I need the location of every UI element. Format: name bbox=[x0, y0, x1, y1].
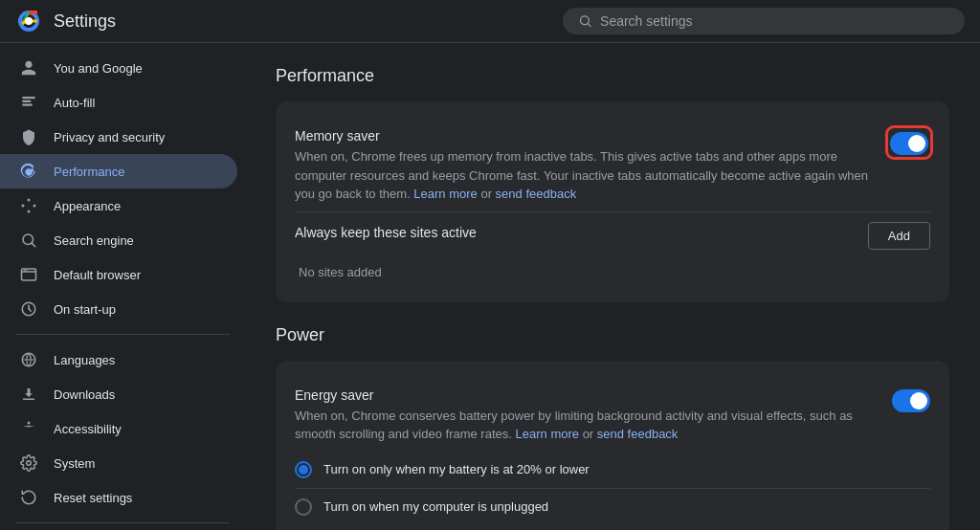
sidebar-item-appearance[interactable]: Appearance bbox=[0, 188, 237, 223]
always-keep-active-content: Always keep these sites active bbox=[295, 225, 868, 244]
accessibility-icon bbox=[19, 419, 38, 438]
svg-rect-15 bbox=[22, 269, 36, 280]
memory-saver-row: Memory saver When on, Chrome frees up me… bbox=[295, 121, 930, 211]
svg-point-16 bbox=[24, 270, 26, 272]
radio-row-battery-20[interactable]: Turn on only when my battery is at 20% o… bbox=[295, 452, 930, 488]
memory-saver-learn-more[interactable]: Learn more bbox=[413, 187, 477, 201]
memory-saver-desc: When on, Chrome frees up memory from ina… bbox=[295, 147, 873, 204]
default-browser-icon bbox=[19, 265, 38, 284]
chrome-logo bbox=[15, 8, 42, 34]
on-startup-icon bbox=[19, 299, 38, 319]
sidebar-divider bbox=[15, 334, 230, 335]
svg-rect-7 bbox=[22, 104, 33, 106]
sidebar-item-performance[interactable]: Performance bbox=[0, 154, 237, 188]
radio-unplugged[interactable] bbox=[295, 498, 312, 516]
sidebar-item-label-default-browser: Default browser bbox=[54, 268, 141, 282]
energy-saver-content: Energy saver When on, Chrome conserves b… bbox=[295, 387, 892, 444]
svg-line-4 bbox=[588, 24, 590, 27]
performance-section-title: Performance bbox=[276, 66, 949, 86]
sidebar-divider bbox=[15, 522, 230, 523]
sidebar-item-auto-fill[interactable]: Auto-fill bbox=[0, 85, 237, 120]
radio-label-battery-20: Turn on only when my battery is at 20% o… bbox=[323, 462, 590, 476]
sidebar-item-label-performance: Performance bbox=[54, 165, 124, 179]
search-engine-icon bbox=[19, 231, 38, 250]
power-section-title: Power bbox=[276, 325, 949, 345]
sidebar-item-privacy-and-security[interactable]: Privacy and security bbox=[0, 120, 237, 154]
energy-saver-learn-more[interactable]: Learn more bbox=[516, 427, 579, 441]
memory-saver-toggle[interactable] bbox=[890, 132, 928, 155]
system-icon bbox=[19, 453, 38, 473]
search-input[interactable] bbox=[600, 13, 949, 29]
svg-point-9 bbox=[28, 199, 31, 202]
downloads-icon bbox=[19, 385, 38, 404]
privacy-and-security-icon bbox=[19, 127, 38, 146]
sidebar-item-label-reset-settings: Reset settings bbox=[54, 491, 132, 505]
performance-card: Memory saver When on, Chrome frees up me… bbox=[276, 101, 949, 302]
svg-line-14 bbox=[32, 243, 34, 246]
main-content: Performance Memory saver When on, Chrome… bbox=[245, 43, 980, 530]
sidebar-item-label-downloads: Downloads bbox=[54, 387, 115, 402]
memory-saver-label: Memory saver bbox=[295, 128, 873, 144]
memory-saver-content: Memory saver When on, Chrome frees up me… bbox=[295, 128, 888, 204]
svg-point-17 bbox=[26, 270, 28, 272]
sidebar-item-reset-settings[interactable]: Reset settings bbox=[0, 480, 237, 515]
header: Settings bbox=[0, 0, 980, 43]
sidebar-item-label-auto-fill: Auto-fill bbox=[54, 96, 95, 110]
svg-rect-5 bbox=[22, 97, 35, 99]
energy-saver-label: Energy saver bbox=[295, 387, 877, 403]
svg-point-20 bbox=[28, 422, 31, 425]
sidebar-item-you-and-google[interactable]: You and Google bbox=[0, 51, 237, 85]
svg-point-12 bbox=[22, 205, 25, 208]
energy-saver-toggle[interactable] bbox=[892, 389, 930, 412]
sidebar-item-label-you-and-google: You and Google bbox=[54, 61, 143, 76]
memory-saver-send-feedback[interactable]: send feedback bbox=[496, 187, 577, 201]
auto-fill-icon bbox=[19, 93, 38, 112]
sidebar-item-default-browser[interactable]: Default browser bbox=[0, 257, 237, 292]
sidebar-item-languages[interactable]: Languages bbox=[0, 342, 237, 377]
performance-icon bbox=[19, 162, 38, 181]
memory-saver-toggle-wrapper bbox=[888, 128, 930, 157]
sidebar-item-label-appearance: Appearance bbox=[54, 199, 121, 213]
add-sites-button[interactable]: Add bbox=[868, 222, 930, 250]
energy-saver-send-feedback[interactable]: send feedback bbox=[597, 427, 679, 441]
svg-point-2 bbox=[25, 17, 33, 25]
sidebar-item-label-search-engine: Search engine bbox=[54, 233, 134, 248]
power-card: Energy saver When on, Chrome conserves b… bbox=[276, 361, 949, 531]
languages-icon bbox=[19, 350, 38, 369]
sidebar-item-on-startup[interactable]: On start-up bbox=[0, 292, 237, 326]
always-keep-active-row: Always keep these sites active Add bbox=[295, 211, 930, 257]
sidebar-item-accessibility[interactable]: Accessibility bbox=[0, 411, 237, 446]
always-keep-active-label: Always keep these sites active bbox=[295, 225, 853, 240]
sidebar-item-label-accessibility: Accessibility bbox=[54, 422, 122, 436]
radio-battery-20[interactable] bbox=[295, 461, 312, 478]
sidebar-item-search-engine[interactable]: Search engine bbox=[0, 223, 237, 257]
sidebar-item-label-on-startup: On start-up bbox=[54, 302, 116, 317]
svg-point-11 bbox=[28, 210, 31, 213]
sidebar-item-system[interactable]: System bbox=[0, 446, 237, 480]
energy-saver-desc: When on, Chrome conserves battery power … bbox=[295, 407, 877, 444]
sidebar-item-label-system: System bbox=[54, 456, 95, 471]
sidebar-item-label-languages: Languages bbox=[54, 353, 115, 367]
no-sites-text: No sites added bbox=[295, 257, 930, 283]
energy-saver-row: Energy saver When on, Chrome conserves b… bbox=[295, 380, 930, 452]
you-and-google-icon bbox=[19, 58, 38, 77]
sidebar-item-downloads[interactable]: Downloads bbox=[0, 377, 237, 411]
svg-rect-6 bbox=[22, 100, 31, 102]
search-icon bbox=[578, 13, 592, 29]
sidebar-item-label-privacy-and-security: Privacy and security bbox=[54, 130, 165, 144]
radio-row-unplugged[interactable]: Turn on when my computer is unplugged bbox=[295, 488, 930, 525]
svg-point-10 bbox=[33, 205, 36, 208]
appearance-icon bbox=[19, 196, 38, 215]
sidebar: You and GoogleAuto-fillPrivacy and secur… bbox=[0, 43, 245, 530]
search-bar[interactable] bbox=[563, 8, 965, 34]
reset-settings-icon bbox=[19, 488, 38, 507]
page-title: Settings bbox=[54, 11, 116, 32]
radio-label-unplugged: Turn on when my computer is unplugged bbox=[323, 499, 548, 514]
